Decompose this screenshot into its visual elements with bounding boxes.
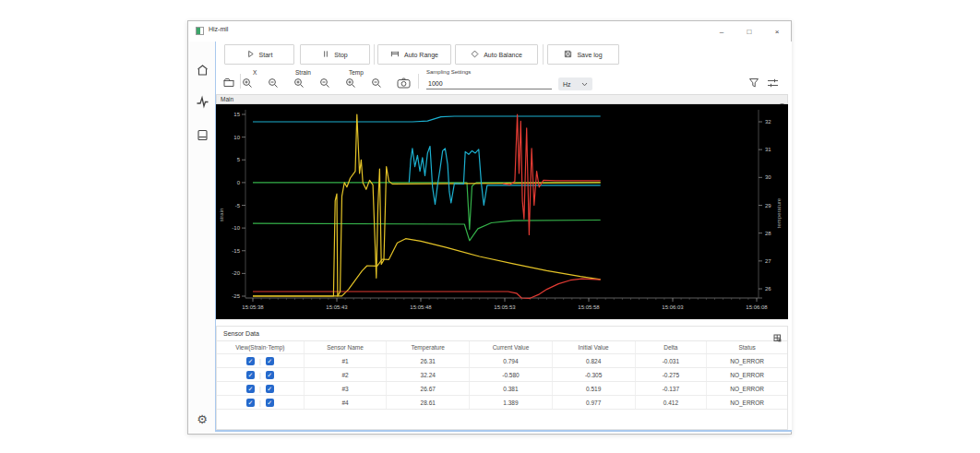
auto-balance-button-label: Auto Balance: [484, 52, 522, 58]
controls-toolbar: X Strain Temp: [216, 68, 792, 94]
temperature-axis-tick: 31: [765, 147, 771, 152]
checkbox-divider: |: [259, 372, 261, 378]
window-title: Hiz-mil: [209, 26, 228, 32]
zoom-group-x-label: X: [253, 69, 257, 76]
zoom-group-temp-label: Temp: [349, 69, 364, 76]
strain-view-checkbox[interactable]: ✓: [246, 385, 255, 393]
snapshot-button[interactable]: [397, 76, 411, 92]
series-strain-green: [253, 183, 601, 230]
delta-cell: -0.137: [636, 382, 708, 395]
current-value-cell: 1.389: [470, 396, 553, 409]
temperature-cell: 26.67: [387, 382, 470, 395]
chart-panel: Main 151050-5-10-15-20-25323130292827261…: [216, 94, 788, 319]
start-button[interactable]: Start: [224, 44, 294, 65]
zoom-out-strain-button[interactable]: [318, 77, 330, 89]
temp-view-checkbox[interactable]: ✓: [266, 399, 274, 407]
view-cell: ✓|✓: [217, 368, 305, 381]
main-toolbar: Start Stop Auto Range Auto Balance: [216, 44, 792, 66]
temperature-axis-tick: 30: [765, 174, 771, 180]
temperature-axis-tick: 28: [765, 231, 771, 236]
view-cell: ✓|✓: [217, 382, 305, 395]
archive-button[interactable]: [222, 76, 235, 92]
chart-panel-header[interactable]: Main: [216, 94, 788, 104]
sidebar-item-log[interactable]: [194, 128, 210, 145]
zoom-out-x-button[interactable]: [267, 77, 279, 89]
status-cell: NO_ERROR: [707, 382, 787, 395]
minimize-button[interactable]: –: [708, 21, 735, 42]
time-axis-tick: 15:05:53: [494, 304, 516, 310]
filter-button[interactable]: [748, 76, 759, 92]
display-settings-button[interactable]: [767, 76, 779, 92]
content-area: Start Stop Auto Range Auto Balance: [215, 42, 792, 432]
table-row: ✓|✓#126.310.7940.824-0.031NO_ERROR: [217, 354, 787, 368]
zoom-in-strain-button[interactable]: [293, 77, 305, 89]
temperature-axis-tick: 29: [765, 203, 771, 209]
sensor-name-cell: #4: [305, 396, 388, 409]
sidebar-item-waveform[interactable]: [194, 95, 210, 112]
temp-view-checkbox[interactable]: ✓: [266, 385, 274, 393]
zoom-out-temp-button[interactable]: [370, 77, 382, 89]
sampling-unit-value: Hz: [563, 81, 571, 88]
series-temp-yellow: [253, 239, 601, 296]
sensor-panel-title: Sensor Data: [223, 330, 259, 337]
chart-panel-title: Main: [221, 96, 233, 102]
sampling-settings-input[interactable]: [426, 77, 552, 89]
strain-view-checkbox[interactable]: ✓: [246, 399, 255, 407]
sensor-name-cell: #3: [305, 382, 388, 395]
temperature-axis-tick: 27: [765, 258, 771, 264]
save-log-button[interactable]: Save log: [547, 44, 619, 65]
time-axis-tick: 15:05:48: [410, 304, 432, 310]
chart-area[interactable]: 151050-5-10-15-20-253231302928272615:05:…: [216, 104, 788, 319]
strain-view-checkbox[interactable]: ✓: [246, 357, 255, 365]
toolbar-separator: [418, 74, 419, 89]
filter-funnel-icon: [748, 76, 759, 92]
maximize-button[interactable]: □: [735, 21, 763, 42]
sampling-unit-select[interactable]: Hz: [558, 77, 592, 90]
strain-axis-tick: -25: [232, 293, 240, 299]
column-header: Sensor Name: [305, 341, 388, 353]
strain-axis-label: strain: [219, 209, 224, 222]
title-bar[interactable]: Hiz-mil – □ ×: [188, 21, 791, 42]
gear-icon: ⚙: [197, 413, 208, 425]
focus-accent-line: [216, 430, 792, 432]
current-value-cell: 0.794: [470, 354, 553, 367]
checkbox-divider: |: [259, 386, 261, 392]
strain-view-checkbox[interactable]: ✓: [246, 371, 255, 379]
play-icon: [246, 50, 255, 59]
stop-button-label: Stop: [334, 52, 347, 58]
temp-view-checkbox[interactable]: ✓: [266, 357, 274, 365]
time-axis-tick: 15:06:03: [662, 304, 684, 310]
delta-cell: -0.275: [636, 368, 708, 381]
strain-axis-tick: 5: [237, 157, 241, 162]
auto-range-button[interactable]: Auto Range: [377, 44, 451, 65]
strain-axis-tick: 0: [237, 180, 241, 185]
status-cell: NO_ERROR: [707, 354, 787, 367]
sensor-data-panel: Sensor Data View(Strain·Temp)Sensor Name…: [216, 326, 788, 430]
auto-balance-button[interactable]: Auto Balance: [455, 44, 538, 65]
sidebar-item-settings[interactable]: ⚙: [194, 411, 210, 427]
strain-axis-tick: -15: [232, 248, 240, 254]
close-button[interactable]: ×: [763, 21, 791, 42]
table-header-row: View(Strain·Temp)Sensor NameTemperatureC…: [217, 341, 787, 354]
save-log-button-label: Save log: [577, 52, 602, 58]
start-button-label: Start: [259, 52, 273, 58]
sidebar-item-home[interactable]: [194, 64, 210, 80]
temp-view-checkbox[interactable]: ✓: [266, 371, 274, 379]
temperature-axis-label: temperature: [776, 197, 782, 228]
checkbox-divider: |: [259, 399, 261, 406]
column-header: Status: [707, 341, 787, 353]
stop-button[interactable]: Stop: [300, 44, 370, 65]
table-row: ✓|✓#428.611.3890.9770.412NO_ERROR: [217, 396, 787, 410]
temperature-cell: 32.24: [387, 368, 470, 381]
toolbar-separator: [543, 44, 544, 65]
time-axis-tick: 15:06:08: [746, 304, 768, 310]
zoom-in-temp-button[interactable]: [344, 77, 356, 89]
time-axis-tick: 15:05:38: [242, 304, 264, 310]
initial-value-cell: 0.519: [553, 382, 636, 395]
zoom-in-x-button[interactable]: [241, 77, 253, 89]
sidebar: ⚙: [188, 42, 215, 434]
series-temp-red: [253, 279, 601, 298]
column-header: Delta: [636, 341, 708, 353]
time-axis-tick: 15:05:43: [326, 304, 348, 310]
camera-icon: [397, 76, 411, 92]
